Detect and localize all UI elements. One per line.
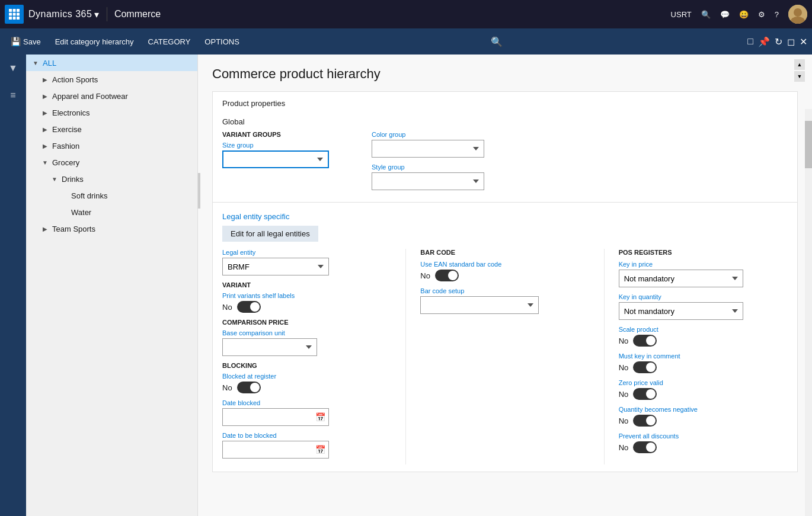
tree-item-water[interactable]: Water	[26, 204, 197, 220]
scrollbar-thumb	[805, 121, 812, 168]
help-icon[interactable]: ?	[775, 10, 779, 19]
tree-item-fashion-label: Fashion	[52, 142, 193, 150]
qty-negative-toggle[interactable]	[633, 415, 657, 427]
blocked-register-label: Blocked at register	[222, 373, 391, 380]
legal-entity-select[interactable]: BRMF USRT MXMF	[222, 258, 329, 275]
expander-action-sports: ▶	[40, 75, 50, 84]
comment-icon[interactable]: 💬	[720, 10, 730, 19]
prevent-discounts-toggle[interactable]	[633, 441, 657, 453]
tree-item-action-sports[interactable]: ▶ Action Sports	[26, 71, 197, 88]
style-group-label: Style group	[372, 164, 490, 171]
key-in-qty-select[interactable]: Not mandatory Mandatory Normal	[619, 302, 743, 320]
scale-product-label: Scale product	[619, 326, 788, 333]
tree-item-drinks-label: Drinks	[62, 175, 193, 184]
tree-item-grocery[interactable]: ▼ Grocery	[26, 154, 197, 171]
color-group-select[interactable]	[372, 140, 484, 158]
must-key-comment-toggle[interactable]	[633, 361, 657, 373]
svg-rect-0	[9, 9, 12, 12]
qty-negative-value: No	[619, 416, 629, 425]
scale-product-toggle[interactable]	[633, 335, 657, 347]
category-button[interactable]: CATEGORY	[142, 35, 197, 49]
tree-item-apparel[interactable]: ▶ Apparel and Footwear	[26, 88, 197, 104]
office-icon[interactable]: □	[747, 36, 753, 47]
svg-rect-8	[17, 17, 20, 20]
command-bar: 💾 Save Edit category hierarchy CATEGORY …	[0, 28, 812, 55]
avatar[interactable]	[788, 5, 807, 24]
date-blocked-input[interactable]	[222, 408, 329, 426]
edit-legal-entities-button[interactable]: Edit for all legal entities	[222, 226, 318, 242]
base-comparison-label: Base comparison unit	[222, 329, 391, 336]
save-button[interactable]: 💾 Save	[5, 34, 47, 49]
barcode-setup-select[interactable]	[420, 296, 539, 314]
size-group-select[interactable]	[222, 150, 329, 168]
main-content: ▲ ▼ Commerce product hierarchy Product p…	[198, 55, 812, 516]
options-button[interactable]: OPTIONS	[199, 35, 245, 49]
base-comparison-select[interactable]	[222, 338, 317, 356]
tree-item-drinks[interactable]: ▼ Drinks	[26, 171, 197, 187]
hamburger-icon[interactable]: ≡	[7, 86, 19, 104]
tree-item-all[interactable]: ▼ ALL	[26, 55, 197, 71]
print-variants-value: No	[222, 303, 232, 312]
expander-soft-drinks	[59, 191, 69, 200]
scroll-up-btn[interactable]: ▲	[794, 59, 805, 70]
filter-icon[interactable]: ▼	[5, 59, 21, 77]
legal-entity-section-label: Legal entity specific	[213, 207, 797, 223]
use-ean-toggle[interactable]	[435, 270, 459, 281]
svg-rect-5	[17, 13, 20, 16]
expander-drinks: ▼	[50, 174, 59, 184]
product-properties-header: Product properties	[213, 92, 797, 115]
topnav-right-icons: USRT 🔍 💬 😀 ⚙ ?	[671, 5, 807, 24]
scroll-controls: ▲ ▼	[794, 59, 805, 82]
prevent-discounts-value: No	[619, 443, 629, 452]
svg-rect-3	[9, 13, 12, 16]
tree-item-soft-drinks-label: Soft drinks	[71, 191, 193, 200]
key-in-price-select[interactable]: Not mandatory Mandatory Normal	[619, 270, 743, 287]
tree-item-fashion[interactable]: ▶ Fashion	[26, 137, 197, 154]
tree-item-exercise[interactable]: ▶ Exercise	[26, 121, 197, 137]
color-group-label: Color group	[372, 131, 490, 138]
expander-electronics: ▶	[40, 108, 50, 117]
app-title[interactable]: Dynamics 365 ▾	[28, 9, 100, 20]
print-variants-toggle[interactable]	[237, 301, 261, 313]
svg-rect-4	[13, 13, 16, 16]
edit-category-button[interactable]: Edit category hierarchy	[49, 35, 140, 49]
pin-icon[interactable]: 📌	[758, 36, 770, 47]
smiley-icon[interactable]: 😀	[739, 10, 749, 19]
style-group-select[interactable]	[372, 172, 484, 190]
tree-item-team-sports[interactable]: ▶ Team Sports	[26, 220, 197, 237]
cmd-search-icon[interactable]: 🔍	[486, 34, 507, 50]
print-variants-label: Print variants shelf labels	[222, 292, 391, 299]
category-label: CATEGORY	[148, 37, 191, 46]
user-label: USRT	[671, 10, 692, 19]
tree-item-electronics[interactable]: ▶ Electronics	[26, 104, 197, 121]
refresh-icon[interactable]: ↻	[775, 36, 782, 47]
content-area: ▼ ≡ ▼ ALL ▶ Action Sports ▶ Apparel and …	[0, 55, 812, 516]
settings-icon[interactable]: ⚙	[758, 10, 765, 19]
module-name: Commerce	[114, 9, 161, 20]
svg-point-10	[794, 8, 802, 17]
global-subsection-label: Global	[213, 115, 797, 129]
blocked-register-toggle[interactable]	[237, 382, 261, 393]
search-icon[interactable]: 🔍	[701, 10, 711, 19]
tree-item-action-sports-label: Action Sports	[52, 75, 193, 84]
main-scrollbar[interactable]	[805, 109, 812, 516]
tree-item-all-label: ALL	[43, 59, 193, 68]
tree-item-soft-drinks[interactable]: Soft drinks	[26, 187, 197, 204]
must-key-comment-label: Must key in comment	[619, 352, 788, 360]
variant-groups-title: VARIANT GROUPS	[222, 131, 353, 138]
close-icon[interactable]: ✕	[800, 36, 807, 47]
expander-all: ▼	[31, 58, 40, 68]
zero-price-toggle[interactable]	[633, 388, 657, 400]
expander-team-sports: ▶	[40, 224, 50, 233]
date-to-blocked-input[interactable]	[222, 441, 329, 459]
comparison-price-title: COMPARISON PRICE	[222, 319, 391, 326]
prevent-discounts-label: Prevent all discounts	[619, 432, 788, 440]
svg-rect-6	[9, 17, 12, 20]
key-in-qty-label: Key in quantity	[619, 293, 788, 300]
tree-item-water-label: Water	[71, 208, 193, 217]
blocking-title: BLOCKING	[222, 362, 391, 369]
scroll-down-btn[interactable]: ▼	[794, 71, 805, 82]
zero-price-value: No	[619, 390, 629, 399]
waffle-icon[interactable]	[5, 5, 24, 24]
expand-icon[interactable]: ◻	[787, 36, 795, 47]
